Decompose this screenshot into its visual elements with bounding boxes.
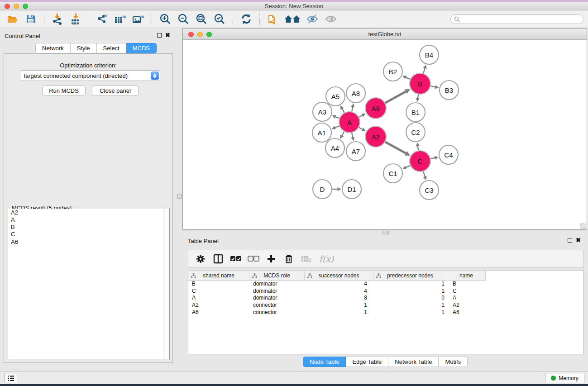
delete-column-button[interactable]	[281, 253, 296, 265]
table-cell[interactable]: 1	[373, 309, 447, 316]
home-layout-button[interactable]	[282, 12, 304, 26]
result-list-item[interactable]: A6	[8, 238, 163, 245]
table-cell[interactable]: dominator	[249, 288, 305, 295]
edge-A-A7[interactable]	[352, 133, 353, 137]
table-cell[interactable]: 8	[305, 295, 373, 302]
window-titlebar[interactable]: Session: New Session	[0, 2, 588, 10]
table-cell[interactable]: C	[188, 288, 249, 295]
table-cell[interactable]: B	[188, 281, 249, 288]
table-cell[interactable]: A6	[188, 309, 249, 316]
edge-B-B1[interactable]	[418, 95, 418, 98]
run-mcds-button[interactable]: Run MCDS	[42, 86, 86, 96]
table-cell[interactable]: 1	[373, 302, 447, 309]
zoom-out-button[interactable]	[174, 12, 192, 26]
result-list-item[interactable]: A2	[8, 209, 163, 216]
edge-A6-B[interactable]	[385, 91, 406, 103]
duplicate-network-button[interactable]	[264, 12, 282, 26]
tab-motifs[interactable]: Motifs	[439, 357, 468, 367]
search-input[interactable]	[460, 16, 574, 23]
column-header-MCDS-role[interactable]: MCDS role	[249, 271, 305, 281]
edge-B-B4[interactable]	[423, 68, 425, 73]
result-list-scrollbar[interactable]	[163, 209, 169, 359]
table-cell[interactable]: A2	[447, 302, 486, 309]
table-row[interactable]: A6connector11A6	[188, 309, 583, 316]
table-cell[interactable]: C	[447, 288, 486, 295]
zoom-selected-button[interactable]	[210, 12, 229, 26]
table-row[interactable]: Adominator80A	[188, 295, 583, 302]
table-cell[interactable]: 1	[305, 309, 373, 316]
tab-network-table[interactable]: Network Table	[388, 357, 439, 367]
tab-network[interactable]: Network	[35, 43, 71, 53]
edge-A-A3[interactable]	[335, 117, 339, 118]
table-cell[interactable]: dominator	[249, 281, 305, 288]
column-settings-button[interactable]	[193, 253, 208, 265]
float-panel-icon[interactable]	[568, 238, 572, 243]
table-row[interactable]: Bdominator41B	[188, 281, 583, 288]
vertical-splitter-grip[interactable]	[177, 194, 182, 199]
tab-edge-table[interactable]: Edge Table	[346, 357, 388, 367]
window-resize-grip[interactable]	[580, 223, 586, 229]
memory-button[interactable]: Memory	[545, 373, 584, 383]
show-console-button[interactable]	[5, 373, 17, 383]
edge-A-A1[interactable]	[335, 126, 339, 127]
column-header-successor-nodes[interactable]: successor nodes	[305, 271, 373, 281]
table-cell[interactable]: A2	[188, 302, 249, 309]
network-window-titlebar[interactable]: testGlobe.txt	[183, 29, 587, 40]
search-box[interactable]	[450, 14, 583, 24]
edge-C-C3[interactable]	[423, 172, 425, 176]
network-canvas[interactable]: B4B2BB3A5A8A6A3B1AA1C2A2A4A7CC4C1C3DD1	[183, 40, 586, 229]
horizontal-splitter-grip[interactable]	[382, 231, 389, 234]
tab-node-table[interactable]: Node Table	[303, 357, 346, 367]
result-list-item[interactable]: B	[8, 224, 163, 231]
zoom-fit-button[interactable]	[192, 12, 210, 26]
table-cell[interactable]: 1	[373, 281, 447, 288]
export-image-button[interactable]	[129, 12, 148, 26]
table-row[interactable]: A2connector11A2	[188, 302, 583, 309]
table-row[interactable]: Cdominator41C	[188, 288, 583, 295]
export-table-button[interactable]	[111, 12, 129, 26]
table-cell[interactable]: connector	[249, 309, 305, 316]
close-panel-icon[interactable]: ✖	[576, 238, 581, 243]
table-cell[interactable]: 4	[305, 281, 373, 288]
table-cell[interactable]: 4	[305, 288, 373, 295]
hide-selected-button[interactable]	[304, 12, 322, 26]
add-column-button[interactable]	[263, 253, 278, 265]
tab-style[interactable]: Style	[71, 43, 97, 53]
edge-B-B3[interactable]	[430, 86, 435, 87]
table-cell[interactable]: B	[447, 281, 486, 288]
column-header-predecessor-nodes[interactable]: predecessor nodes	[373, 271, 447, 281]
close-panel-icon[interactable]: ✖	[165, 33, 170, 38]
open-file-button[interactable]	[4, 12, 22, 26]
optimization-criterion-select[interactable]: largest connected component (directed)	[20, 70, 160, 81]
table-cell[interactable]: A	[447, 295, 486, 302]
import-table-button[interactable]	[67, 12, 85, 26]
show-columns-button[interactable]	[210, 253, 225, 265]
tab-select[interactable]: Select	[97, 43, 126, 53]
mcds-result-list[interactable]: A2ABCA6	[8, 209, 163, 359]
refresh-button[interactable]	[237, 12, 255, 26]
edge-A-A8[interactable]	[352, 107, 353, 112]
edge-C-C1[interactable]	[406, 166, 410, 167]
table-cell[interactable]: A	[188, 295, 249, 302]
edge-A-A5[interactable]	[342, 109, 344, 113]
table-cell[interactable]: A6	[447, 309, 486, 316]
import-network-button[interactable]	[48, 12, 67, 26]
tab-mcds[interactable]: MCDS	[126, 43, 157, 53]
edge-A-A6[interactable]	[359, 115, 362, 117]
select-all-button[interactable]	[228, 253, 243, 265]
edge-A-A2[interactable]	[359, 128, 363, 129]
table-cell[interactable]: 0	[373, 295, 447, 302]
table-cell[interactable]: dominator	[249, 295, 305, 302]
export-network-button[interactable]	[93, 12, 111, 26]
zoom-in-button[interactable]	[156, 12, 174, 26]
result-list-item[interactable]: C	[8, 231, 163, 238]
close-panel-button[interactable]: Close panel	[92, 86, 139, 96]
table-cell[interactable]: 1	[305, 302, 373, 309]
float-panel-icon[interactable]	[157, 33, 162, 38]
edge-C-C4[interactable]	[430, 158, 435, 159]
show-all-button[interactable]	[322, 12, 340, 26]
edge-A-A4[interactable]	[342, 132, 344, 136]
save-session-button[interactable]	[22, 12, 40, 26]
table-cell[interactable]: 1	[373, 288, 447, 295]
edge-A2-C[interactable]	[385, 142, 406, 153]
